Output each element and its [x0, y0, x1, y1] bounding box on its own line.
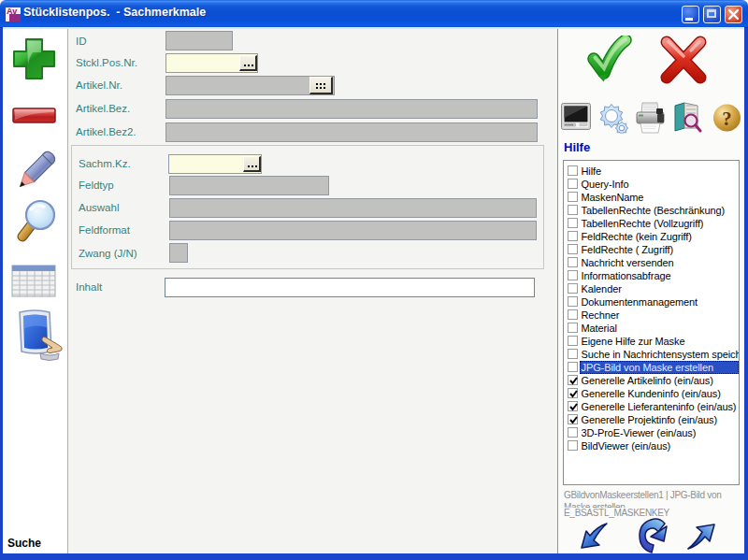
- svg-text:?: ?: [722, 108, 731, 129]
